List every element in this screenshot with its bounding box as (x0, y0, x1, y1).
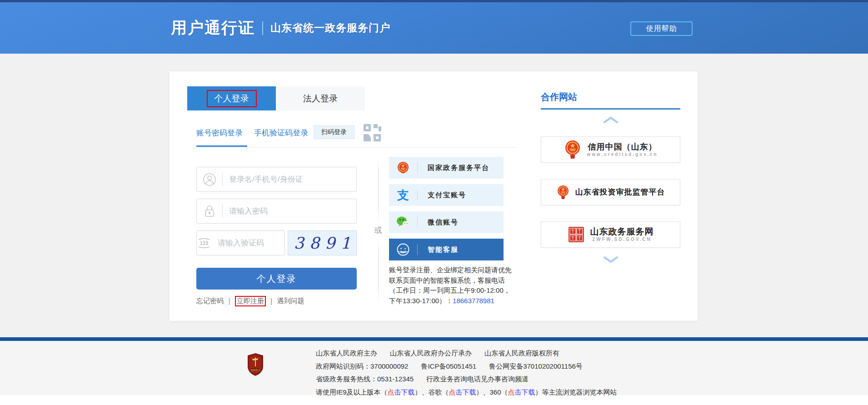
icp-link[interactable]: 鲁ICP备05051451 (421, 362, 476, 370)
page-title: 用户通行证 (171, 17, 255, 39)
captcha-image[interactable]: 3891 (288, 230, 357, 255)
or-label: 或 (374, 222, 382, 238)
footer-text-block: 山东省人民政府主办山东省人民政府办公厅承办山东省人民政府版权所有 政府网站识别码… (316, 347, 617, 399)
partner-site-name: 山东政务服务网 (590, 227, 654, 237)
header-title-group: 用户通行证 山东省统一政务服务门户 (171, 17, 390, 39)
qr-code-icon[interactable] (362, 122, 383, 143)
download-link-ie[interactable]: 点击下载 (388, 386, 415, 399)
red-seal-icon (568, 226, 585, 243)
partner-panel-title: 合作网站 (541, 91, 577, 103)
third-party-national-platform[interactable]: 国家政务服务平台 (389, 157, 504, 179)
service-phone-link[interactable]: 18663778981 (453, 297, 494, 305)
captcha-123-icon: 123 (197, 236, 211, 250)
partner-site-shandong-gov-service[interactable]: 山东政务服务网 ZWFW.SD.GOV.CN (541, 221, 680, 248)
partner-site-investment-platform[interactable]: 山东省投资审批监管平台 (541, 179, 680, 205)
partner-title-underline (541, 108, 680, 110)
third-party-label: 智能客服 (428, 245, 459, 254)
third-party-alipay[interactable]: 支 支付宝账号 (389, 184, 504, 206)
forgot-password-link[interactable]: 忘记密码 (196, 297, 224, 305)
chevron-up-icon[interactable] (603, 116, 619, 124)
header-banner: 用户通行证 山东省统一政务服务门户 使用帮助 (0, 2, 868, 54)
partner-site-url: ZWFW.SD.GOV.CN (592, 237, 652, 242)
wechat-icon (389, 216, 417, 229)
third-party-label: 支付宝账号 (428, 191, 466, 200)
lock-icon (197, 205, 222, 218)
security-record-link[interactable]: 鲁公网安备37010202001156号 (489, 362, 583, 370)
methods-divider-line (196, 147, 516, 148)
footer-line-2: 政府网站识别码：3700000092鲁ICP备05051451鲁公网安备3701… (316, 360, 617, 373)
national-emblem-icon (564, 140, 582, 160)
third-party-label: 国家政务服务平台 (428, 164, 489, 172)
problem-link[interactable]: 遇到问题 (277, 297, 304, 305)
username-input[interactable] (223, 167, 356, 191)
annotation-red-box: 个人登录 (207, 90, 257, 107)
partner-site-credit-china[interactable]: 信用中国（山东） www.creditsd.gov.cn (541, 136, 680, 163)
third-party-wechat[interactable]: 微信账号 (389, 211, 504, 233)
username-field-wrap (196, 167, 357, 192)
password-input[interactable] (223, 199, 356, 223)
third-party-smart-service[interactable]: 智能客服 (389, 239, 504, 260)
captcha-field-wrap: 123 (196, 230, 285, 255)
personal-login-button[interactable]: 个人登录 (196, 268, 357, 290)
partner-site-url: www.creditsd.gov.cn (587, 152, 658, 157)
smart-service-icon (389, 243, 417, 256)
footer-line-4: 请使用IE9及以上版本（点击下载）、谷歌（点击下载）、360（点击下载）等主流浏… (316, 386, 617, 399)
national-emblem-icon (556, 185, 570, 200)
service-note: 账号登录注册、企业绑定相关问题请优先联系页面中的智能客服系统，客服电话（工作日：… (389, 265, 514, 306)
method-sms-code[interactable]: 手机验证码登录 (254, 128, 308, 138)
chevron-down-icon[interactable] (603, 256, 619, 263)
footer-line-3: 省级政务服务热线：0531-12345行政业务咨询电话见办事咨询频道 (316, 373, 617, 386)
national-emblem-icon (389, 161, 417, 175)
helper-links-row: 忘记密码 ｜ 立即注册 ｜ 遇到问题 (196, 296, 304, 306)
page-subtitle: 山东省统一政务服务门户 (270, 21, 390, 35)
register-now-link[interactable]: 立即注册 (235, 296, 266, 306)
link-separator: ｜ (226, 297, 233, 305)
password-field-wrap (196, 199, 357, 224)
third-party-label: 微信账号 (428, 218, 459, 227)
partner-site-name: 信用中国（山东） (588, 142, 657, 152)
method-scan-login[interactable]: 扫码登录 (314, 125, 354, 139)
or-divider: 或 (374, 158, 383, 302)
method-account-password[interactable]: 账号密码登录 (196, 128, 243, 138)
user-icon (197, 173, 222, 186)
svg-text:123: 123 (200, 240, 208, 246)
link-separator: ｜ (268, 297, 275, 305)
tab-personal-login[interactable]: 个人登录 (187, 86, 276, 110)
download-link-chrome[interactable]: 点击下载 (449, 386, 476, 399)
government-badge-icon: 党政机关 (246, 353, 264, 376)
partner-site-name: 山东省投资审批监管平台 (575, 188, 665, 197)
active-method-underline (196, 145, 247, 147)
footer-accent-bar (0, 337, 868, 341)
svg-text:党政机关: 党政机关 (250, 369, 260, 372)
footer-line-1: 山东省人民政府主办山东省人民政府办公厅承办山东省人民政府版权所有 (316, 347, 617, 360)
download-link-360[interactable]: 点击下载 (508, 386, 535, 399)
tab-legal-person-login[interactable]: 法人登录 (276, 86, 365, 110)
alipay-icon: 支 (389, 187, 417, 203)
help-button[interactable]: 使用帮助 (630, 21, 693, 36)
title-separator (262, 21, 263, 35)
